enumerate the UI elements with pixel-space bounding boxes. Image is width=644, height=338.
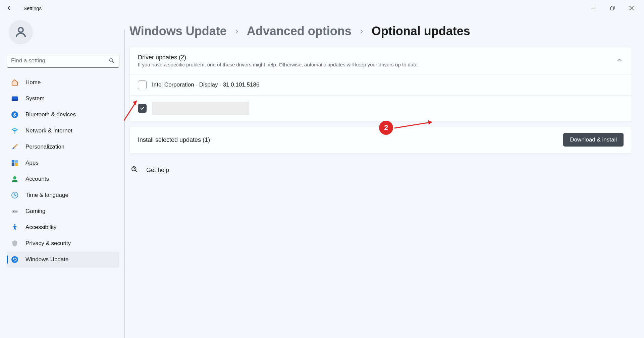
driver-checkbox[interactable]: [138, 80, 147, 89]
main-content: Windows Update Advanced options Optional…: [124, 16, 644, 338]
apps-icon: [11, 159, 19, 167]
nav-list: Home System Bluetooth & devices Network …: [7, 74, 119, 268]
sidebar-item-label: Privacy & security: [25, 240, 71, 247]
system-icon: [11, 95, 19, 103]
sidebar: Home System Bluetooth & devices Network …: [0, 16, 124, 338]
sidebar-item-bluetooth[interactable]: Bluetooth & devices: [7, 107, 119, 123]
avatar[interactable]: [9, 20, 33, 44]
svg-line-25: [136, 170, 137, 172]
chevron-right-icon: [234, 26, 239, 37]
svg-rect-11: [12, 160, 14, 163]
svg-point-4: [18, 27, 23, 32]
svg-point-19: [15, 211, 16, 212]
breadcrumb-level2[interactable]: Advanced options: [247, 24, 352, 38]
search-icon: [108, 57, 115, 64]
install-selected-label: Install selected updates (1): [138, 136, 563, 144]
svg-rect-14: [15, 163, 18, 166]
accessibility-icon: [11, 223, 19, 231]
bluetooth-icon: [11, 111, 19, 119]
driver-label-redacted: [152, 102, 249, 115]
sidebar-item-label: Windows Update: [25, 256, 69, 263]
driver-row: [130, 95, 632, 121]
minimize-button[interactable]: [583, 1, 602, 15]
search-box[interactable]: [7, 54, 119, 68]
driver-row: Intel Corporation - Display - 31.0.101.5…: [130, 74, 632, 95]
update-icon: [11, 256, 19, 264]
chevron-up-icon[interactable]: [615, 56, 624, 64]
back-button[interactable]: [3, 1, 16, 15]
sidebar-item-label: Bluetooth & devices: [25, 111, 76, 118]
svg-rect-8: [12, 100, 18, 101]
svg-line-28: [394, 122, 432, 128]
sidebar-item-accounts[interactable]: Accounts: [7, 171, 119, 187]
svg-point-21: [11, 256, 18, 263]
sidebar-item-label: Accessibility: [25, 224, 57, 231]
window-title: Settings: [23, 5, 42, 11]
download-install-button[interactable]: Download & install: [563, 133, 624, 147]
svg-rect-12: [15, 160, 18, 163]
svg-rect-1: [610, 7, 613, 10]
svg-point-20: [14, 224, 15, 225]
wifi-icon: [11, 127, 19, 135]
sidebar-item-time[interactable]: Time & language: [7, 187, 119, 203]
driver-updates-card: Driver updates (2) If you have a specifi…: [129, 47, 632, 121]
sidebar-item-label: Time & language: [25, 192, 68, 199]
sidebar-item-personalization[interactable]: Personalization: [7, 139, 119, 155]
get-help-label: Get help: [146, 167, 169, 174]
breadcrumb-level3: Optional updates: [372, 24, 470, 38]
sidebar-item-gaming[interactable]: Gaming: [7, 203, 119, 219]
svg-point-9: [11, 111, 18, 118]
svg-point-18: [13, 211, 14, 212]
sidebar-item-label: Personalization: [25, 144, 64, 150]
svg-point-24: [134, 170, 134, 170]
svg-point-10: [14, 133, 15, 134]
driver-label: Intel Corporation - Display - 31.0.101.5…: [152, 81, 259, 88]
sidebar-item-label: Home: [25, 79, 41, 86]
driver-updates-subtitle: If you have a specific problem, one of t…: [138, 62, 615, 67]
svg-line-6: [112, 61, 114, 63]
maximize-button[interactable]: [602, 1, 622, 15]
home-icon: [11, 78, 19, 87]
shield-icon: [11, 239, 19, 247]
chevron-right-icon: [359, 26, 364, 37]
svg-marker-29: [428, 120, 432, 125]
breadcrumb: Windows Update Advanced options Optional…: [129, 24, 632, 38]
sidebar-item-network[interactable]: Network & internet: [7, 123, 119, 139]
svg-rect-17: [12, 210, 18, 213]
svg-rect-13: [12, 163, 14, 166]
gamepad-icon: [11, 207, 19, 215]
sidebar-item-label: Gaming: [25, 208, 46, 215]
driver-updates-header[interactable]: Driver updates (2) If you have a specifi…: [130, 47, 632, 74]
svg-point-15: [13, 176, 16, 179]
accounts-icon: [11, 175, 19, 183]
title-bar: Settings: [0, 0, 644, 16]
annotation-callout-2: 2: [379, 121, 393, 135]
search-input[interactable]: [11, 57, 108, 64]
breadcrumb-level1[interactable]: Windows Update: [129, 24, 227, 38]
clock-icon: [11, 191, 19, 199]
sidebar-item-label: Apps: [25, 160, 39, 166]
sidebar-item-system[interactable]: System: [7, 91, 119, 107]
close-button[interactable]: [622, 1, 641, 15]
sidebar-item-windows-update[interactable]: Windows Update: [7, 251, 119, 268]
annotation-arrow-1: [124, 96, 142, 125]
driver-updates-title: Driver updates (2): [138, 54, 615, 61]
svg-point-5: [110, 58, 113, 62]
sidebar-item-privacy[interactable]: Privacy & security: [7, 235, 119, 251]
sidebar-item-apps[interactable]: Apps: [7, 155, 119, 171]
paintbrush-icon: [11, 143, 19, 151]
sidebar-item-home[interactable]: Home: [7, 74, 119, 91]
help-icon: [131, 166, 138, 174]
get-help-link[interactable]: Get help: [129, 166, 632, 174]
sidebar-item-label: Accounts: [25, 176, 49, 182]
sidebar-item-label: Network & internet: [25, 127, 72, 134]
sidebar-item-accessibility[interactable]: Accessibility: [7, 219, 119, 235]
annotation-arrow-2: [393, 119, 437, 132]
sidebar-item-label: System: [25, 95, 45, 102]
